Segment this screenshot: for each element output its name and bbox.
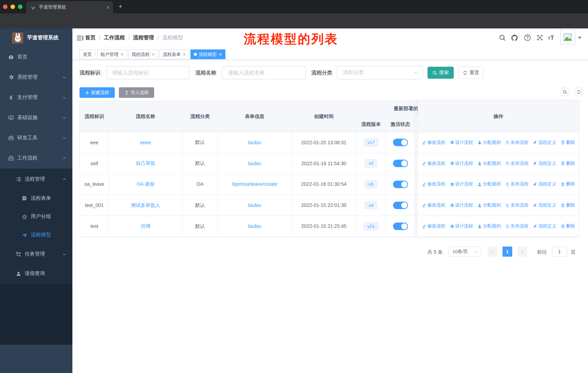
fullscreen-icon[interactable]	[536, 34, 543, 41]
process-definition-link[interactable]: 流程定义	[533, 202, 556, 209]
sidebar-item-user-group[interactable]: 用户分组	[0, 207, 72, 226]
tag-close-icon[interactable]: ✕	[219, 52, 222, 57]
sidebar-item-workflow[interactable]: 工作流程	[0, 149, 72, 168]
tag-process-form[interactable]: 流程表单✕	[159, 50, 189, 59]
process-definition-link[interactable]: 流程定义	[533, 139, 556, 146]
active-toggle[interactable]	[393, 222, 408, 230]
modify-process-link[interactable]: 修改流程	[422, 181, 445, 188]
refresh-table-button[interactable]	[574, 87, 583, 96]
tag-my-process[interactable]: 我的流程✕	[128, 50, 158, 59]
version-badge[interactable]: v17	[364, 138, 378, 147]
assign-rule-link[interactable]: 分配规则	[477, 139, 501, 146]
show-search-toggle-button[interactable]	[560, 87, 569, 96]
sidebar-item-devtools[interactable]: 研发工具	[0, 129, 72, 147]
modify-process-link[interactable]: 修改流程	[422, 160, 445, 167]
version-badge[interactable]: v4	[365, 201, 377, 209]
active-toggle[interactable]	[393, 139, 408, 146]
delete-link[interactable]: 删除	[560, 223, 575, 229]
table-row-actions: 修改流程设计流程分配规则发布流程流程定义删除	[418, 132, 579, 153]
tab-close-icon[interactable]: ×	[106, 5, 110, 10]
sidebar-item-infrastructure[interactable]: 基础设施	[0, 108, 72, 127]
process-definition-link[interactable]: 流程定义	[533, 160, 556, 167]
sidebar-item-process-model[interactable]: 流程模型	[0, 226, 72, 244]
tag-close-icon[interactable]: ✕	[151, 52, 155, 57]
cell-process-name-link: 滔博	[109, 216, 182, 237]
table-row-actions: 修改流程设计流程分配规则发布流程流程定义删除	[418, 216, 579, 237]
assign-rule-link[interactable]: 分配规则	[477, 181, 501, 188]
version-badge[interactable]: v2	[365, 159, 377, 168]
traffic-close-button[interactable]	[3, 5, 8, 9]
publish-process-link[interactable]: 发布流程	[505, 181, 529, 188]
design-process-link[interactable]: 设计流程	[450, 160, 473, 167]
tag-home[interactable]: 首页	[79, 50, 95, 59]
avatar[interactable]	[560, 30, 575, 45]
sidebar-item-process-form[interactable]: 流程表单	[0, 189, 72, 208]
modify-process-link[interactable]: 修改流程	[422, 139, 445, 146]
prev-page-button[interactable]: ‹	[488, 247, 497, 257]
sidebar-logo[interactable]: 芋道管理系统	[0, 28, 72, 47]
sidebar-item-process-mgmt[interactable]: 流程管理	[0, 170, 72, 189]
sidebar-item-home[interactable]: 首页	[0, 48, 72, 66]
tag-tenant[interactable]: 租户管理✕	[97, 50, 127, 59]
hamburger-icon[interactable]	[77, 34, 84, 41]
sidebar-item-leave-query[interactable]: 请假查询	[0, 264, 72, 283]
delete-link[interactable]: 删除	[560, 202, 575, 209]
next-page-button[interactable]: ›	[517, 247, 527, 257]
assign-rule-link[interactable]: 分配规则	[477, 223, 501, 229]
search-icon[interactable]	[499, 34, 506, 41]
tag-process-model[interactable]: 流程模型✕	[190, 50, 225, 59]
import-process-button[interactable]: 导入流程	[119, 87, 154, 98]
breadcrumb-process-mgmt[interactable]: 流程管理	[133, 34, 154, 41]
create-process-button[interactable]: 新建流程	[79, 87, 115, 98]
avatar-caret-icon[interactable]	[578, 37, 582, 39]
sidebar-item-task-mgmt[interactable]: 任务管理	[0, 245, 72, 263]
modify-process-link[interactable]: 修改流程	[422, 223, 445, 229]
assign-rule-link[interactable]: 分配规则	[477, 160, 501, 167]
design-process-link[interactable]: 设计流程	[450, 139, 473, 146]
filter-category-select[interactable]: 流程分类	[337, 66, 423, 80]
version-badge[interactable]: v21	[364, 222, 378, 230]
page-size-select[interactable]: 10条/页	[449, 247, 482, 257]
delete-link[interactable]: 删除	[560, 160, 575, 167]
publish-process-link[interactable]: 发布流程	[505, 223, 529, 229]
filter-id-input[interactable]	[106, 66, 189, 80]
search-button[interactable]: 搜索	[427, 67, 454, 79]
process-definition-link[interactable]: 流程定义	[533, 181, 556, 188]
publish-process-link[interactable]: 发布流程	[505, 160, 529, 167]
sidebar-item-system[interactable]: 系统管理	[0, 68, 72, 87]
delete-link[interactable]: 删除	[560, 139, 575, 146]
goto-page-input[interactable]	[552, 247, 567, 257]
active-toggle[interactable]	[393, 160, 408, 167]
sidebar-item-payment[interactable]: ¥ 支付管理	[0, 88, 72, 107]
font-size-icon[interactable]: TT	[548, 34, 554, 41]
col-header-name: 流程名称	[109, 101, 182, 132]
version-badge[interactable]: v5	[365, 180, 377, 189]
assign-rule-link[interactable]: 分配规则	[477, 202, 501, 209]
delete-link[interactable]: 删除	[560, 181, 575, 188]
design-process-link[interactable]: 设计流程	[450, 223, 473, 229]
tag-close-icon[interactable]: ✕	[183, 52, 186, 57]
active-toggle[interactable]	[393, 202, 408, 209]
publish-process-link[interactable]: 发布流程	[505, 139, 529, 146]
publish-process-link[interactable]: 发布流程	[505, 202, 529, 209]
new-tab-button[interactable]: +	[118, 3, 122, 10]
tag-close-icon[interactable]: ✕	[120, 52, 124, 57]
design-process-link[interactable]: 设计流程	[450, 181, 473, 188]
col-header-id: 流程标识	[80, 101, 109, 132]
sidebar-bottom-bg	[0, 283, 72, 344]
modify-process-icon	[422, 182, 426, 187]
current-page-button[interactable]: 1	[503, 247, 512, 257]
active-toggle[interactable]	[393, 181, 408, 188]
reset-button[interactable]: 重置	[458, 67, 484, 79]
breadcrumb-home[interactable]: 首页	[85, 34, 96, 41]
traffic-zoom-button[interactable]	[18, 5, 23, 9]
process-definition-link[interactable]: 流程定义	[533, 223, 556, 229]
breadcrumb-workflow[interactable]: 工作流程	[104, 34, 125, 41]
browser-tab[interactable]: 芋道管理系统 ×	[26, 1, 113, 13]
traffic-minimize-button[interactable]	[10, 5, 15, 9]
help-icon[interactable]	[524, 34, 531, 41]
github-icon[interactable]	[511, 34, 518, 41]
filter-name-input[interactable]	[222, 66, 306, 80]
design-process-link[interactable]: 设计流程	[450, 202, 473, 209]
modify-process-link[interactable]: 修改流程	[422, 202, 445, 209]
